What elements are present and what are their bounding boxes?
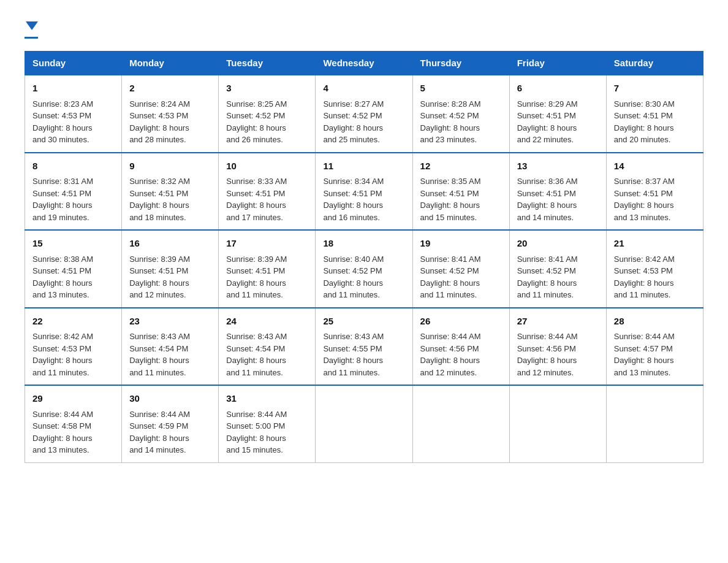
- calendar-cell: [606, 385, 703, 462]
- day-info: Sunrise: 8:38 AM Sunset: 4:51 PM Dayligh…: [32, 253, 114, 301]
- day-info: Sunrise: 8:32 AM Sunset: 4:51 PM Dayligh…: [129, 175, 211, 223]
- day-info: Sunrise: 8:31 AM Sunset: 4:51 PM Dayligh…: [32, 175, 114, 223]
- day-number: 1: [32, 82, 114, 96]
- day-info: Sunrise: 8:41 AM Sunset: 4:52 PM Dayligh…: [517, 253, 599, 301]
- calendar-header: SundayMondayTuesdayWednesdayThursdayFrid…: [25, 52, 703, 75]
- day-info: Sunrise: 8:27 AM Sunset: 4:52 PM Dayligh…: [323, 98, 404, 146]
- calendar-cell: 5 Sunrise: 8:28 AM Sunset: 4:52 PM Dayli…: [412, 75, 509, 153]
- day-info: Sunrise: 8:44 AM Sunset: 4:59 PM Dayligh…: [129, 408, 211, 456]
- calendar-cell: 18 Sunrise: 8:40 AM Sunset: 4:52 PM Dayl…: [316, 230, 412, 308]
- day-info: Sunrise: 8:25 AM Sunset: 4:52 PM Dayligh…: [226, 98, 308, 146]
- calendar-cell: 9 Sunrise: 8:32 AM Sunset: 4:51 PM Dayli…: [122, 153, 219, 231]
- day-number: 26: [420, 315, 502, 329]
- calendar-cell: 26 Sunrise: 8:44 AM Sunset: 4:56 PM Dayl…: [412, 308, 509, 386]
- day-info: Sunrise: 8:36 AM Sunset: 4:51 PM Dayligh…: [517, 175, 599, 223]
- calendar-cell: 24 Sunrise: 8:43 AM Sunset: 4:54 PM Dayl…: [219, 308, 316, 386]
- calendar-cell: 19 Sunrise: 8:41 AM Sunset: 4:52 PM Dayl…: [412, 230, 509, 308]
- weekday-header-wednesday: Wednesday: [316, 52, 412, 75]
- calendar-cell: 29 Sunrise: 8:44 AM Sunset: 4:58 PM Dayl…: [25, 385, 122, 462]
- day-info: Sunrise: 8:43 AM Sunset: 4:54 PM Dayligh…: [226, 331, 308, 378]
- day-number: 19: [420, 237, 502, 251]
- day-info: Sunrise: 8:44 AM Sunset: 4:57 PM Dayligh…: [614, 331, 696, 378]
- day-number: 24: [226, 315, 308, 329]
- day-info: Sunrise: 8:42 AM Sunset: 4:53 PM Dayligh…: [614, 253, 696, 301]
- day-number: 2: [129, 82, 211, 96]
- day-info: Sunrise: 8:35 AM Sunset: 4:51 PM Dayligh…: [420, 175, 502, 223]
- calendar-week-row: 1 Sunrise: 8:23 AM Sunset: 4:53 PM Dayli…: [25, 75, 703, 153]
- day-number: 3: [226, 82, 308, 96]
- day-number: 16: [129, 237, 211, 251]
- day-number: 10: [226, 159, 308, 174]
- day-info: Sunrise: 8:42 AM Sunset: 4:53 PM Dayligh…: [32, 331, 114, 378]
- day-number: 8: [32, 159, 114, 174]
- calendar-cell: [412, 385, 509, 462]
- day-info: Sunrise: 8:29 AM Sunset: 4:51 PM Dayligh…: [517, 98, 599, 146]
- calendar-cell: 17 Sunrise: 8:39 AM Sunset: 4:51 PM Dayl…: [219, 230, 316, 308]
- calendar-cell: 4 Sunrise: 8:27 AM Sunset: 4:52 PM Dayli…: [316, 75, 412, 153]
- day-info: Sunrise: 8:44 AM Sunset: 4:56 PM Dayligh…: [517, 331, 599, 378]
- day-number: 14: [614, 159, 696, 174]
- logo: [25, 18, 38, 39]
- calendar-cell: 22 Sunrise: 8:42 AM Sunset: 4:53 PM Dayl…: [25, 308, 122, 386]
- calendar-cell: 27 Sunrise: 8:44 AM Sunset: 4:56 PM Dayl…: [509, 308, 606, 386]
- logo-triangle-icon: [26, 21, 38, 30]
- calendar-cell: 8 Sunrise: 8:31 AM Sunset: 4:51 PM Dayli…: [25, 153, 122, 231]
- day-number: 22: [32, 315, 114, 329]
- calendar-cell: [509, 385, 606, 462]
- day-info: Sunrise: 8:44 AM Sunset: 5:00 PM Dayligh…: [226, 408, 308, 456]
- weekday-header-friday: Friday: [509, 52, 606, 75]
- calendar-cell: 31 Sunrise: 8:44 AM Sunset: 5:00 PM Dayl…: [219, 385, 316, 462]
- day-info: Sunrise: 8:44 AM Sunset: 4:56 PM Dayligh…: [420, 331, 502, 378]
- day-number: 28: [614, 315, 696, 329]
- day-number: 17: [226, 237, 308, 251]
- calendar-cell: 28 Sunrise: 8:44 AM Sunset: 4:57 PM Dayl…: [606, 308, 703, 386]
- calendar-cell: 13 Sunrise: 8:36 AM Sunset: 4:51 PM Dayl…: [509, 153, 606, 231]
- calendar-week-row: 15 Sunrise: 8:38 AM Sunset: 4:51 PM Dayl…: [25, 230, 703, 308]
- calendar-cell: 23 Sunrise: 8:43 AM Sunset: 4:54 PM Dayl…: [122, 308, 219, 386]
- weekday-header-thursday: Thursday: [412, 52, 509, 75]
- calendar-cell: 11 Sunrise: 8:34 AM Sunset: 4:51 PM Dayl…: [316, 153, 412, 231]
- day-number: 12: [420, 159, 502, 174]
- day-number: 25: [323, 315, 404, 329]
- weekday-header-sunday: Sunday: [25, 52, 122, 75]
- calendar-cell: 15 Sunrise: 8:38 AM Sunset: 4:51 PM Dayl…: [25, 230, 122, 308]
- calendar-body: 1 Sunrise: 8:23 AM Sunset: 4:53 PM Dayli…: [25, 75, 703, 462]
- day-number: 30: [129, 392, 211, 406]
- calendar-cell: 7 Sunrise: 8:30 AM Sunset: 4:51 PM Dayli…: [606, 75, 703, 153]
- day-info: Sunrise: 8:43 AM Sunset: 4:54 PM Dayligh…: [129, 331, 211, 378]
- day-number: 31: [226, 392, 308, 406]
- day-number: 15: [32, 237, 114, 251]
- calendar-cell: 20 Sunrise: 8:41 AM Sunset: 4:52 PM Dayl…: [509, 230, 606, 308]
- calendar-cell: [316, 385, 412, 462]
- day-number: 4: [323, 82, 404, 96]
- day-info: Sunrise: 8:28 AM Sunset: 4:52 PM Dayligh…: [420, 98, 502, 146]
- day-number: 7: [614, 82, 696, 96]
- day-number: 13: [517, 159, 599, 174]
- calendar-cell: 14 Sunrise: 8:37 AM Sunset: 4:51 PM Dayl…: [606, 153, 703, 231]
- calendar-cell: 2 Sunrise: 8:24 AM Sunset: 4:53 PM Dayli…: [122, 75, 219, 153]
- day-number: 9: [129, 159, 211, 174]
- calendar-table: SundayMondayTuesdayWednesdayThursdayFrid…: [25, 51, 703, 463]
- day-number: 29: [32, 392, 114, 406]
- weekday-header-tuesday: Tuesday: [219, 52, 316, 75]
- calendar-week-row: 8 Sunrise: 8:31 AM Sunset: 4:51 PM Dayli…: [25, 153, 703, 231]
- weekday-header-monday: Monday: [122, 52, 219, 75]
- day-number: 11: [323, 159, 404, 174]
- weekday-header-saturday: Saturday: [606, 52, 703, 75]
- day-number: 21: [614, 237, 696, 251]
- calendar-cell: 10 Sunrise: 8:33 AM Sunset: 4:51 PM Dayl…: [219, 153, 316, 231]
- day-number: 23: [129, 315, 211, 329]
- day-number: 20: [517, 237, 599, 251]
- logo-line: [25, 37, 38, 39]
- day-info: Sunrise: 8:37 AM Sunset: 4:51 PM Dayligh…: [614, 175, 696, 223]
- day-number: 6: [517, 82, 599, 96]
- calendar-cell: 12 Sunrise: 8:35 AM Sunset: 4:51 PM Dayl…: [412, 153, 509, 231]
- calendar-cell: 3 Sunrise: 8:25 AM Sunset: 4:52 PM Dayli…: [219, 75, 316, 153]
- day-number: 5: [420, 82, 502, 96]
- day-info: Sunrise: 8:34 AM Sunset: 4:51 PM Dayligh…: [323, 175, 404, 223]
- day-info: Sunrise: 8:39 AM Sunset: 4:51 PM Dayligh…: [226, 253, 308, 301]
- weekday-header-row: SundayMondayTuesdayWednesdayThursdayFrid…: [25, 52, 703, 75]
- day-info: Sunrise: 8:41 AM Sunset: 4:52 PM Dayligh…: [420, 253, 502, 301]
- day-number: 27: [517, 315, 599, 329]
- calendar-cell: 21 Sunrise: 8:42 AM Sunset: 4:53 PM Dayl…: [606, 230, 703, 308]
